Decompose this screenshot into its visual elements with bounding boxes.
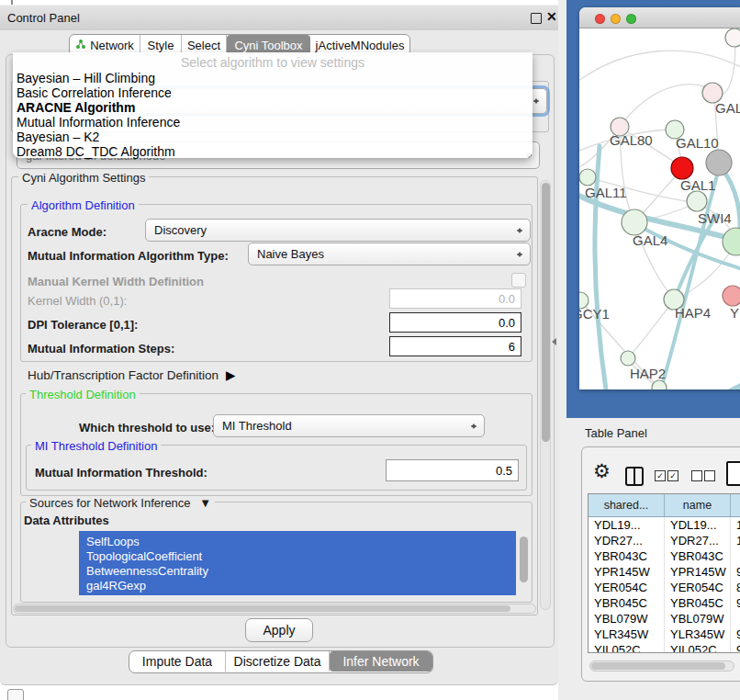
- sources-title-text: Sources for Network Inference: [29, 496, 191, 510]
- sources-group-title[interactable]: Sources for Network Inference ▼: [26, 496, 215, 510]
- table-row[interactable]: YBL079WYBL079W: [589, 611, 740, 627]
- zoom-traffic-light-icon[interactable]: [626, 14, 636, 24]
- network-node-gal1[interactable]: [671, 157, 693, 179]
- node-label: GAL80: [610, 132, 653, 148]
- threshold-definition-title: Threshold Definition: [26, 388, 140, 401]
- apply-button[interactable]: Apply: [245, 618, 313, 642]
- network-node-swi4[interactable]: [723, 228, 740, 255]
- mi-threshold-field[interactable]: [386, 459, 519, 481]
- table-row[interactable]: YLR345WYLR345W9.: [589, 627, 740, 642]
- data-attribute-item[interactable]: gal4RGexp: [79, 579, 516, 593]
- algorithm-popup-items: Bayesian – Hill ClimbingBasic Correlatio…: [13, 71, 533, 159]
- minimize-traffic-light-icon[interactable]: [611, 14, 621, 24]
- column-header[interactable]: shared...: [589, 494, 665, 516]
- dpi-tolerance-field[interactable]: [389, 312, 521, 333]
- network-view-window[interactable]: GALGAL80GAL10GAL1GAL11GAL4SWI4GCY1HAP4YH…: [579, 7, 740, 390]
- network-graph[interactable]: GALGAL80GAL10GAL1GAL11GAL4SWI4GCY1HAP4YH…: [579, 28, 740, 390]
- table-cell: YIL052C: [665, 642, 731, 653]
- settings-scrollbar-thumb[interactable]: [542, 183, 550, 442]
- table-cell: [731, 611, 740, 627]
- algorithm-option[interactable]: Basic Correlation Inference: [13, 85, 533, 100]
- table-cell: 9.: [731, 564, 740, 580]
- stepper-icon: [533, 96, 540, 107]
- algorithm-option[interactable]: ARACNE Algorithm: [13, 100, 533, 115]
- dpi-tolerance-label: DPI Tolerance [0,1]:: [28, 318, 138, 332]
- node-label: HAP4: [675, 305, 711, 321]
- attributes-scrollbar-thumb[interactable]: [520, 536, 528, 582]
- aracne-mode-select[interactable]: Discovery: [145, 219, 531, 242]
- clipped-minimized-window-icon[interactable]: [7, 689, 24, 700]
- manual-kernel-checkbox[interactable]: [511, 273, 526, 288]
- data-attribute-item[interactable]: TopologicalCoefficient: [79, 549, 516, 564]
- network-node[interactable]: [687, 191, 707, 211]
- network-node-hap2[interactable]: [621, 351, 635, 366]
- table-cell: YLR345W: [665, 627, 731, 642]
- table-row[interactable]: YBR043CYBR043C: [589, 548, 740, 564]
- gear-icon[interactable]: ⚙: [593, 460, 611, 482]
- table-cell: YDR27...: [665, 533, 731, 548]
- column-header[interactable]: A: [731, 494, 740, 516]
- table-row[interactable]: YDL19...YDL19...13: [589, 517, 740, 533]
- data-attribute-item[interactable]: BetweennessCentrality: [79, 564, 516, 579]
- algorithm-option[interactable]: Dream8 DC_TDC Algorithm: [13, 144, 533, 159]
- table-cell: YBR043C: [665, 548, 731, 564]
- data-attributes-list[interactable]: SelfLoopsTopologicalCoefficientBetweenne…: [79, 531, 516, 595]
- export-table-icon[interactable]: [726, 461, 740, 486]
- select-all-checkbox-icon[interactable]: ✓: [667, 470, 678, 481]
- close-traffic-light-icon[interactable]: [595, 14, 605, 24]
- collapse-arrow-icon: ▼: [199, 496, 211, 510]
- table-hscrollbar-thumb[interactable]: [591, 662, 725, 670]
- kernel-width-field[interactable]: [389, 288, 521, 309]
- tab-discretize-data[interactable]: Discretize Data: [226, 651, 330, 672]
- algorithm-option[interactable]: Mutual Information Inference: [13, 115, 533, 130]
- network-node-gal4[interactable]: [622, 209, 647, 235]
- float-window-icon[interactable]: [531, 13, 542, 24]
- table-row[interactable]: YDR27...YDR27...12: [589, 533, 740, 548]
- network-node[interactable]: [652, 380, 667, 390]
- tab-label: Cyni Toolbox: [234, 39, 302, 52]
- deselect-all-checkbox-icon[interactable]: [704, 470, 715, 481]
- panel-splitter-arrow-icon[interactable]: [548, 338, 556, 345]
- tab-infer-network[interactable]: Infer Network: [330, 651, 432, 672]
- select-all-checkbox-icon[interactable]: ✓: [655, 470, 666, 481]
- table-cell: YBL079W: [589, 611, 665, 627]
- network-node[interactable]: [725, 28, 740, 47]
- which-threshold-select[interactable]: MI Threshold: [213, 414, 485, 437]
- network-canvas[interactable]: GALGAL80GAL10GAL1GAL11GAL4SWI4GCY1HAP4YH…: [579, 28, 740, 390]
- table-cell: YDL19...: [665, 517, 731, 533]
- mi-type-select[interactable]: Naive Bayes: [248, 243, 531, 265]
- network-edge[interactable]: [579, 51, 740, 84]
- table-row[interactable]: YIL052CYIL052C9: [589, 642, 740, 653]
- table-row[interactable]: YER054CYER054C8.: [589, 580, 740, 595]
- network-node-gal11[interactable]: [579, 169, 596, 186]
- tab-label: Network: [90, 39, 134, 52]
- tab-impute-data[interactable]: Impute Data: [129, 651, 226, 672]
- mi-steps-label: Mutual Information Steps:: [28, 342, 174, 356]
- settings-hscrollbar-thumb[interactable]: [15, 605, 510, 612]
- node-label: GAL11: [585, 185, 627, 200]
- table-row[interactable]: YPR145WYPR145W9.: [589, 564, 740, 580]
- tab-label: Style: [148, 39, 174, 52]
- kernel-width-label: Kernel Width (0,1):: [28, 294, 127, 308]
- column-header[interactable]: name: [665, 494, 731, 516]
- network-edge[interactable]: [629, 300, 674, 357]
- network-node[interactable]: [706, 150, 732, 175]
- algorithm-option[interactable]: Bayesian – K2: [13, 130, 533, 144]
- network-edge[interactable]: [620, 85, 713, 127]
- control-panel-titlebar: Control Panel ✕: [0, 5, 558, 32]
- close-icon[interactable]: ✕: [546, 9, 557, 24]
- table-row[interactable]: YBR045CYBR045C9.: [589, 595, 740, 611]
- mi-steps-field[interactable]: [389, 336, 521, 356]
- deselect-all-checkbox-icon[interactable]: [691, 470, 702, 481]
- network-node-y[interactable]: [723, 286, 740, 306]
- algorithm-option[interactable]: Bayesian – Hill Climbing: [13, 71, 533, 85]
- column-manager-icon[interactable]: [625, 467, 644, 486]
- network-window-titlebar[interactable]: [579, 7, 740, 28]
- network-edge-highlighted[interactable]: [703, 383, 740, 390]
- table-panel-title: Table Panel: [585, 426, 647, 440]
- table-cell: YPR145W: [589, 564, 665, 580]
- hub-definition-toggle[interactable]: Hub/Transcription Factor Definition▶: [28, 367, 235, 382]
- which-threshold-label: Which threshold to use:: [79, 421, 215, 435]
- node-label: HAP2: [630, 366, 666, 381]
- data-attribute-item[interactable]: SelfLoops: [79, 535, 516, 549]
